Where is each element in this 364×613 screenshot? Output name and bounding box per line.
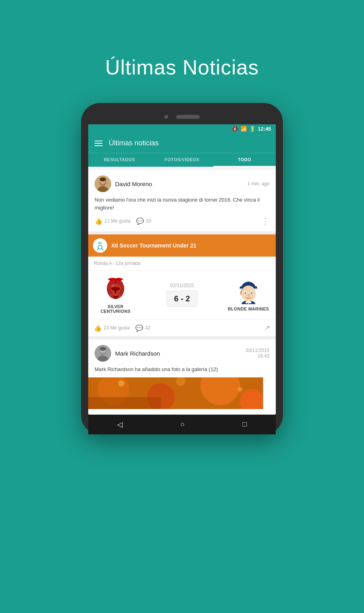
svg-point-4 <box>100 177 106 181</box>
round-detail: 12a jornada <box>116 261 140 266</box>
more-options-button[interactable]: ⋮ <box>262 216 269 226</box>
post-time-david: 1 min. ago <box>247 181 269 187</box>
svg-point-22 <box>251 292 252 294</box>
post-username-david: David Moreno <box>115 181 152 187</box>
svg-point-21 <box>245 292 246 294</box>
post-header: David Moreno 1 min. ago <box>95 175 269 192</box>
mark-post-text: Mark Richardson ha añadido una foto a la… <box>95 366 269 373</box>
status-time: 12:45 <box>258 126 271 132</box>
post-card-david: David Moreno 1 min. ago Non vediamo l'or… <box>88 170 276 231</box>
score-section: 02/11/2015 6 - 2 <box>167 283 197 307</box>
match-like-count: 23 Me gusta <box>104 325 130 331</box>
match-comment-icon: 💬 <box>135 324 143 332</box>
away-team-logo <box>236 278 262 304</box>
match-score: 6 - 2 <box>167 291 197 307</box>
tab-resultados[interactable]: RESULTADOS <box>88 153 151 167</box>
home-team-logo <box>103 276 129 302</box>
svg-text:SC: SC <box>98 241 102 245</box>
home-team-section: SILVER CENTURIONS <box>94 276 137 314</box>
svg-point-27 <box>100 347 106 351</box>
page-title: Últimas Noticias <box>105 55 259 79</box>
phone-speaker <box>176 115 200 119</box>
tournament-name: XII Soccer Tournament Under 21 <box>111 242 196 249</box>
content-area: David Moreno 1 min. ago Non vediamo l'or… <box>88 170 276 415</box>
round-label: Ronda A <box>94 261 112 266</box>
match-body: SILVER CENTURIONS 02/11/2015 6 - 2 <box>88 270 276 319</box>
tournament-logo: SC <box>93 238 107 253</box>
phone-camera <box>164 115 168 119</box>
away-team-section: BLONDE MARINES <box>227 278 270 311</box>
match-comment-count: 42 <box>145 325 150 331</box>
gallery-preview <box>88 377 263 409</box>
app-bar-title: Últimas noticias <box>109 139 159 147</box>
signal-icon: 📶 <box>241 126 247 132</box>
svg-point-17 <box>241 286 256 301</box>
phone-top-bar <box>88 115 276 124</box>
avatar-mark <box>95 345 111 362</box>
match-header: SC XII Soccer Tournament Under 21 <box>88 234 276 257</box>
tab-fotos-videos[interactable]: FOTOS/VIDEOS <box>151 153 213 167</box>
svg-rect-12 <box>115 288 116 293</box>
like-action[interactable]: 👍 11 Me gusta <box>95 217 131 225</box>
mark-user-info: Mark Richardson <box>95 345 160 362</box>
match-like-action[interactable]: 👍 23 Me gusta <box>94 324 130 332</box>
match-thumb-up-icon: 👍 <box>94 324 102 332</box>
post-user-info: David Moreno <box>95 175 152 192</box>
home-team-name: SILVER CENTURIONS <box>94 304 137 314</box>
match-round: Ronda A › 12a jornada <box>88 257 276 270</box>
phone-screen: 🔇 📶 🔋 12:45 Últimas noticias RESULTADOS … <box>88 124 276 415</box>
mark-post-time: 16.43 <box>246 353 269 359</box>
post-card-mark: Mark Richardson 03/11/2015 16.43 Mark Ri… <box>88 339 276 415</box>
comment-action[interactable]: 💬 33 <box>136 217 151 225</box>
svg-rect-34 <box>88 397 161 409</box>
svg-point-36 <box>118 380 125 386</box>
mark-post-date: 03/11/2015 <box>246 348 269 353</box>
svg-point-38 <box>238 387 243 392</box>
app-bar: Últimas noticias <box>88 133 276 153</box>
match-card: SC XII Soccer Tournament Under 21 Ronda … <box>88 234 276 336</box>
svg-point-5 <box>93 238 107 253</box>
match-date: 02/11/2015 <box>170 283 194 288</box>
away-team-name: BLONDE MARINES <box>228 306 269 311</box>
status-bar: 🔇 📶 🔋 12:45 <box>88 124 276 133</box>
match-footer: 👍 23 Me gusta 💬 42 ↗ <box>88 319 276 336</box>
share-button[interactable]: ↗ <box>264 324 270 332</box>
battery-icon: 🔋 <box>249 126 256 132</box>
back-button[interactable]: ◁ <box>117 420 123 429</box>
phone-nav-bar: ◁ ○ □ <box>88 415 276 434</box>
match-comment-action[interactable]: 💬 42 <box>135 324 150 332</box>
comment-count: 33 <box>146 218 151 224</box>
avatar-david <box>95 175 111 192</box>
home-button[interactable]: ○ <box>180 420 185 428</box>
phone-frame: 🔇 📶 🔋 12:45 Últimas noticias RESULTADOS … <box>81 103 283 434</box>
post-actions-david: 👍 11 Me gusta 💬 33 ⋮ <box>95 216 269 226</box>
mark-post-header: Mark Richardson 03/11/2015 16.43 <box>95 345 269 362</box>
like-count: 11 Me gusta <box>104 218 131 224</box>
post-text-david: Non vediamo l'ora che inizi la nuova sta… <box>95 196 269 211</box>
menu-button[interactable] <box>95 141 102 146</box>
thumb-up-icon: 👍 <box>95 217 102 225</box>
mark-username: Mark Richardson <box>115 350 160 357</box>
tabs-bar: RESULTADOS FOTOS/VIDEOS TODO <box>88 153 276 167</box>
recents-button[interactable]: □ <box>243 420 247 428</box>
mute-icon: 🔇 <box>232 126 238 132</box>
comment-icon: 💬 <box>136 217 144 225</box>
tab-todo[interactable]: TODO <box>213 153 276 167</box>
